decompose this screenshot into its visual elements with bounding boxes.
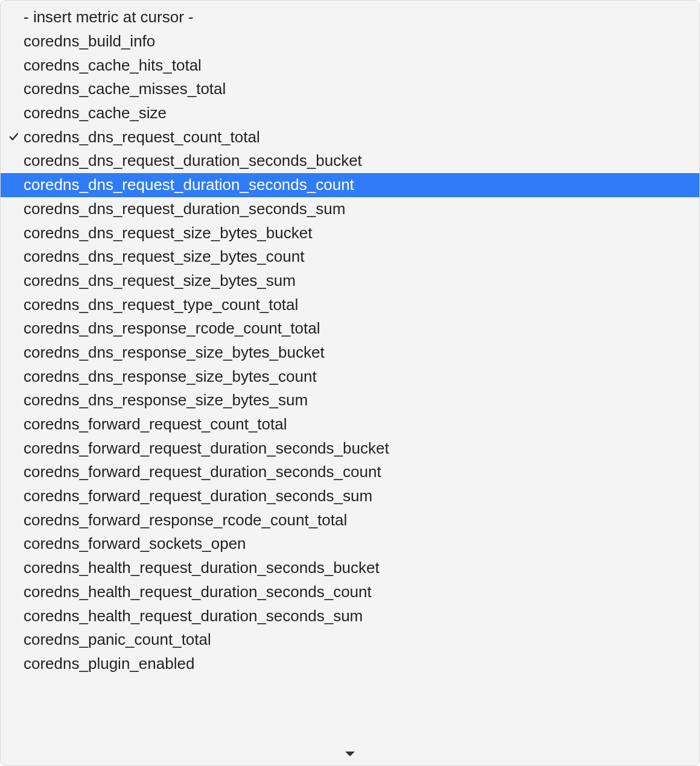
dropdown-option[interactable]: coredns_dns_response_rcode_count_total	[1, 317, 699, 341]
dropdown-option-label: coredns_forward_request_count_total	[22, 415, 287, 434]
dropdown-option[interactable]: - insert metric at cursor -	[1, 5, 699, 30]
dropdown-option[interactable]: coredns_dns_request_size_bytes_bucket	[1, 221, 699, 245]
dropdown-option[interactable]: coredns_dns_request_size_bytes_sum	[1, 269, 699, 293]
dropdown-option-label: coredns_forward_request_duration_seconds…	[22, 463, 381, 481]
dropdown-option[interactable]: coredns_health_request_duration_seconds_…	[1, 556, 699, 580]
dropdown-option-label: coredns_dns_response_size_bytes_count	[22, 367, 317, 386]
dropdown-option[interactable]: coredns_cache_size	[1, 101, 699, 125]
chevron-down-icon	[344, 750, 356, 758]
dropdown-option-label: coredns_dns_request_duration_seconds_sum	[22, 200, 345, 218]
dropdown-option-label: coredns_dns_response_size_bytes_bucket	[22, 343, 325, 362]
dropdown-option[interactable]: coredns_build_info	[1, 30, 699, 54]
dropdown-option[interactable]: coredns_forward_request_count_total	[1, 413, 699, 437]
scroll-down-arrow[interactable]	[1, 746, 699, 762]
dropdown-option[interactable]: coredns_dns_response_size_bytes_sum	[1, 388, 699, 413]
dropdown-option[interactable]: coredns_dns_response_size_bytes_count	[1, 364, 699, 388]
dropdown-option[interactable]: coredns_dns_request_duration_seconds_sum	[1, 197, 699, 221]
dropdown-option[interactable]: coredns_health_request_duration_seconds_…	[1, 604, 699, 628]
dropdown-option[interactable]: coredns_forward_request_duration_seconds…	[1, 436, 699, 460]
dropdown-option[interactable]: coredns_dns_request_size_bytes_count	[1, 245, 699, 269]
dropdown-option-label: coredns_cache_hits_total	[22, 56, 202, 75]
checkmark-slot	[5, 131, 22, 142]
dropdown-option-label: coredns_dns_request_type_count_total	[22, 296, 298, 314]
dropdown-option-label: coredns_health_request_duration_seconds_…	[22, 583, 372, 601]
dropdown-option[interactable]: coredns_dns_request_duration_seconds_buc…	[1, 149, 699, 173]
dropdown-option[interactable]: coredns_dns_request_duration_seconds_cou…	[1, 173, 699, 197]
dropdown-option-label: coredns_forward_response_rcode_count_tot…	[22, 511, 347, 530]
dropdown-option-label: coredns_dns_response_rcode_count_total	[22, 319, 320, 338]
dropdown-option[interactable]: coredns_cache_hits_total	[1, 53, 699, 77]
dropdown-option-label: - insert metric at cursor -	[22, 8, 194, 27]
dropdown-option-label: coredns_health_request_duration_seconds_…	[22, 607, 363, 625]
dropdown-option-label: coredns_build_info	[22, 32, 155, 51]
dropdown-option-label: coredns_cache_misses_total	[22, 80, 226, 98]
dropdown-option-label: coredns_panic_count_total	[22, 630, 211, 649]
dropdown-option-label: coredns_dns_request_count_total	[22, 128, 260, 147]
dropdown-option[interactable]: coredns_plugin_enabled	[1, 652, 699, 676]
dropdown-option-label: coredns_plugin_enabled	[22, 654, 194, 673]
dropdown-option-label: coredns_dns_request_duration_seconds_cou…	[22, 176, 354, 194]
dropdown-option[interactable]: coredns_dns_request_type_count_total	[1, 293, 699, 317]
dropdown-option[interactable]: coredns_health_request_duration_seconds_…	[1, 580, 699, 604]
dropdown-option-label: coredns_forward_request_duration_seconds…	[22, 487, 372, 505]
dropdown-option-label: coredns_dns_request_size_bytes_count	[22, 247, 304, 266]
dropdown-option-label: coredns_dns_request_size_bytes_sum	[22, 271, 296, 290]
dropdown-option[interactable]: coredns_panic_count_total	[1, 628, 699, 652]
dropdown-option[interactable]: coredns_forward_sockets_open	[1, 532, 699, 556]
metric-dropdown[interactable]: - insert metric at cursor -coredns_build…	[0, 0, 700, 766]
dropdown-option-label: coredns_cache_size	[22, 104, 167, 122]
dropdown-option[interactable]: coredns_dns_response_size_bytes_bucket	[1, 341, 699, 365]
checkmark-icon	[8, 131, 19, 142]
dropdown-option[interactable]: coredns_cache_misses_total	[1, 77, 699, 101]
dropdown-option-label: coredns_dns_request_duration_seconds_buc…	[22, 151, 362, 170]
dropdown-option-label: coredns_dns_request_size_bytes_bucket	[22, 224, 312, 242]
dropdown-option[interactable]: coredns_forward_response_rcode_count_tot…	[1, 508, 699, 532]
dropdown-option-label: coredns_forward_request_duration_seconds…	[22, 439, 389, 458]
dropdown-option-label: coredns_health_request_duration_seconds_…	[22, 559, 380, 577]
dropdown-option[interactable]: coredns_dns_request_count_total	[1, 125, 699, 149]
dropdown-option-label: coredns_forward_sockets_open	[22, 534, 246, 553]
dropdown-option[interactable]: coredns_forward_request_duration_seconds…	[1, 484, 699, 508]
dropdown-option-label: coredns_dns_response_size_bytes_sum	[22, 391, 308, 410]
dropdown-option[interactable]: coredns_forward_request_duration_seconds…	[1, 460, 699, 484]
